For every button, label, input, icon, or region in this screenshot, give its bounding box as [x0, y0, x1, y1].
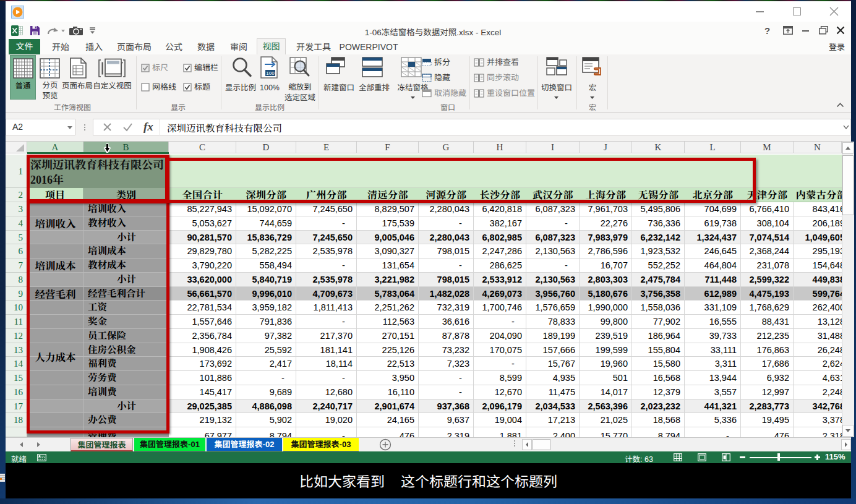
svg-text:100: 100: [266, 70, 275, 76]
